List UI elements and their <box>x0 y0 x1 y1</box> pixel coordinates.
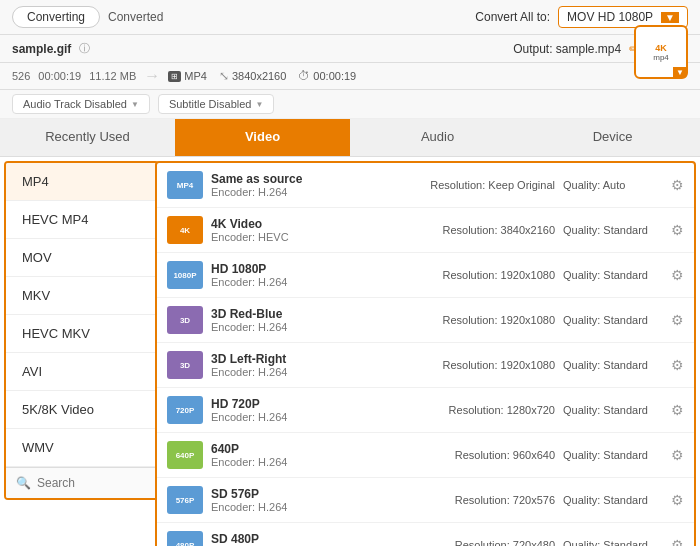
converted-button[interactable]: Converted <box>108 10 163 24</box>
format-name-3d-left-right: 3D Left-Right <box>211 352 434 366</box>
format-item-640p[interactable]: 640P 640P Encoder: H.264 Resolution: 960… <box>157 433 694 478</box>
sidebar-item-hevc-mkv[interactable]: HEVC MKV <box>6 315 157 353</box>
format-name-sd-480p: SD 480P <box>211 532 447 546</box>
file-dimensions: 526 <box>12 70 30 82</box>
gear-icon-hd-1080p[interactable]: ⚙ <box>671 267 684 283</box>
format-info-text-sd-576p: SD 576P Encoder: H.264 <box>211 487 447 513</box>
sidebar-item-hevc-mp4[interactable]: HEVC MP4 <box>6 201 157 239</box>
format-item-sd-576p[interactable]: 576P SD 576P Encoder: H.264 Resolution: … <box>157 478 694 523</box>
format-thumb-hd-1080p: 1080P <box>167 261 203 289</box>
format-thumb-3d-left-right: 3D <box>167 351 203 379</box>
badge-4k[interactable]: 4K mp4 ▼ <box>634 25 688 79</box>
format-icon: ⊞ <box>168 71 181 82</box>
format-quality-sd-576p: Quality: Standard <box>563 494 663 506</box>
arrow-right-icon: → <box>144 67 160 85</box>
format-resolution-640p: Resolution: 960x640 <box>455 449 555 461</box>
sidebar-item-mp4[interactable]: MP4 <box>6 163 157 201</box>
converting-button[interactable]: Converting <box>12 6 100 28</box>
audio-track-caret: ▼ <box>131 100 139 109</box>
format-item-sd-480p[interactable]: 480P SD 480P Encoder: H.264 Resolution: … <box>157 523 694 546</box>
format-item-3d-left-right[interactable]: 3D 3D Left-Right Encoder: H.264 Resoluti… <box>157 343 694 388</box>
format-quality-hd-720p: Quality: Standard <box>563 404 663 416</box>
format-resolution-hd-720p: Resolution: 1280x720 <box>449 404 555 416</box>
duration-icon: ⏱ <box>298 69 310 83</box>
file-size: 11.12 MB <box>89 70 136 82</box>
format-info-text-4k-video: 4K Video Encoder: HEVC <box>211 217 434 243</box>
format-item-3d-red-blue[interactable]: 3D 3D Red-Blue Encoder: H.264 Resolution… <box>157 298 694 343</box>
format-meta-4k-video: Encoder: HEVC <box>211 231 434 243</box>
search-input[interactable] <box>37 476 127 490</box>
convert-all-arrow: ▼ <box>661 12 679 23</box>
subtitle-dropdown[interactable]: Subtitle Disabled ▼ <box>158 94 274 114</box>
tab-recently-used[interactable]: Recently Used <box>0 119 175 156</box>
format-resolution-3d-red-blue: Resolution: 1920x1080 <box>442 314 555 326</box>
format-thumb-4k-video: 4K <box>167 216 203 244</box>
sidebar-item-wmv[interactable]: WMV <box>6 429 157 467</box>
tab-video[interactable]: Video <box>175 119 350 156</box>
format-name-640p: 640P <box>211 442 447 456</box>
format-resolution-sd-480p: Resolution: 720x480 <box>455 539 555 546</box>
sidebar-item-5k-8k[interactable]: 5K/8K Video <box>6 391 157 429</box>
format-resolution-3d-left-right: Resolution: 1920x1080 <box>442 359 555 371</box>
format-name-same-as-source: Same as source <box>211 172 422 186</box>
format-meta-hd-720p: Encoder: H.264 <box>211 411 441 423</box>
subtitle-label: Subtitle Disabled <box>169 98 252 110</box>
output-duration: 00:00:19 <box>313 70 356 82</box>
convert-all-label: Convert All to: <box>475 10 550 24</box>
gear-icon-3d-left-right[interactable]: ⚙ <box>671 357 684 373</box>
resolution-tag: ⤡ 3840x2160 <box>219 69 286 83</box>
format-quality-3d-red-blue: Quality: Standard <box>563 314 663 326</box>
format-quality-3d-left-right: Quality: Standard <box>563 359 663 371</box>
format-info: ⊞ MP4 ⤡ 3840x2160 ⏱ 00:00:19 <box>168 69 356 83</box>
format-name-hd-720p: HD 720P <box>211 397 441 411</box>
format-item-hd-1080p[interactable]: 1080P HD 1080P Encoder: H.264 Resolution… <box>157 253 694 298</box>
sidebar: MP4 HEVC MP4 MOV MKV HEVC MKV AVI 5K/8K … <box>4 161 159 500</box>
output-resolution: 3840x2160 <box>232 70 286 82</box>
gear-icon-sd-576p[interactable]: ⚙ <box>671 492 684 508</box>
file-info-bar: 526 00:00:19 11.12 MB → ⊞ MP4 ⤡ 3840x216… <box>0 63 700 90</box>
duration-tag: ⏱ 00:00:19 <box>298 69 356 83</box>
format-resolution-same-as-source: Resolution: Keep Original <box>430 179 555 191</box>
format-meta-hd-1080p: Encoder: H.264 <box>211 276 434 288</box>
audio-track-dropdown[interactable]: Audio Track Disabled ▼ <box>12 94 150 114</box>
format-thumb-sd-576p: 576P <box>167 486 203 514</box>
sidebar-item-mov[interactable]: MOV <box>6 239 157 277</box>
format-info-text-hd-720p: HD 720P Encoder: H.264 <box>211 397 441 423</box>
gear-icon-3d-red-blue[interactable]: ⚙ <box>671 312 684 328</box>
audio-track-label: Audio Track Disabled <box>23 98 127 110</box>
format-tag: ⊞ MP4 <box>168 70 207 82</box>
format-quality-sd-480p: Quality: Standard <box>563 539 663 546</box>
format-thumb-hd-720p: 720P <box>167 396 203 424</box>
format-thumb-640p: 640P <box>167 441 203 469</box>
sidebar-item-mkv[interactable]: MKV <box>6 277 157 315</box>
format-meta-640p: Encoder: H.264 <box>211 456 447 468</box>
file-info-left: 526 00:00:19 11.12 MB → ⊞ MP4 ⤡ 3840x216… <box>12 67 688 85</box>
gear-icon-same-as-source[interactable]: ⚙ <box>671 177 684 193</box>
main-content: MP4 HEVC MP4 MOV MKV HEVC MKV AVI 5K/8K … <box>0 157 700 546</box>
file-name: sample.gif <box>12 42 71 56</box>
tab-audio[interactable]: Audio <box>350 119 525 156</box>
format-meta-3d-left-right: Encoder: H.264 <box>211 366 434 378</box>
format-quality-same-as-source: Quality: Auto <box>563 179 663 191</box>
content-wrapper: Recently Used Video Audio Device MP4 HEV… <box>0 119 700 546</box>
format-info-text-3d-red-blue: 3D Red-Blue Encoder: H.264 <box>211 307 434 333</box>
format-item-hd-720p[interactable]: 720P HD 720P Encoder: H.264 Resolution: … <box>157 388 694 433</box>
gear-icon-hd-720p[interactable]: ⚙ <box>671 402 684 418</box>
format-item-same-as-source[interactable]: MP4 Same as source Encoder: H.264 Resolu… <box>157 163 694 208</box>
sidebar-wrapper: MP4 HEVC MP4 MOV MKV HEVC MKV AVI 5K/8K … <box>0 157 155 546</box>
tab-device[interactable]: Device <box>525 119 700 156</box>
output-format: MP4 <box>184 70 207 82</box>
format-meta-sd-576p: Encoder: H.264 <box>211 501 447 513</box>
gear-icon-4k-video[interactable]: ⚙ <box>671 222 684 238</box>
gear-icon-640p[interactable]: ⚙ <box>671 447 684 463</box>
format-thumb-sd-480p: 480P <box>167 531 203 546</box>
resolution-icon: ⤡ <box>219 69 229 83</box>
format-item-4k-video[interactable]: 4K 4K Video Encoder: HEVC Resolution: 38… <box>157 208 694 253</box>
output-label: Output: sample.mp4 <box>513 42 621 56</box>
gear-icon-sd-480p[interactable]: ⚙ <box>671 537 684 546</box>
format-resolution-4k-video: Resolution: 3840x2160 <box>442 224 555 236</box>
sidebar-item-avi[interactable]: AVI <box>6 353 157 391</box>
format-list: MP4 Same as source Encoder: H.264 Resolu… <box>155 161 696 546</box>
info-icon: ⓘ <box>79 41 90 56</box>
format-info-text-hd-1080p: HD 1080P Encoder: H.264 <box>211 262 434 288</box>
